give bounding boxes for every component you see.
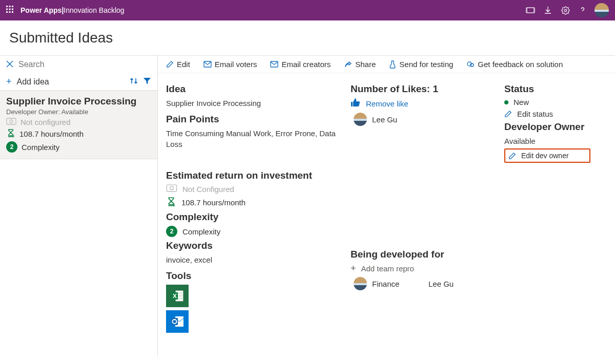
idea-heading: Idea — [166, 83, 340, 95]
svg-rect-8 — [12, 11, 13, 13]
pain-points-value: Time Consuming Manual Work, Error Prone,… — [166, 128, 340, 149]
product-name: Power Apps — [20, 6, 61, 14]
email-creators-label: Email creators — [281, 60, 331, 69]
download-icon[interactable] — [539, 0, 557, 20]
search-row[interactable] — [0, 56, 157, 73]
idea-title-value: Supplier Invoice Processing — [166, 98, 340, 109]
idea-card[interactable]: Supplier Invoice Processing Developer Ow… — [0, 91, 157, 159]
liker-avatar — [354, 113, 367, 126]
status-dot-icon — [504, 100, 508, 104]
dev-owner-heading: Developer Owner — [504, 121, 607, 133]
team-avatar — [354, 277, 367, 290]
likes-heading: Number of Likes: 1 — [351, 83, 494, 95]
svg-rect-4 — [9, 9, 11, 10]
email-voters-button[interactable]: Email voters — [203, 60, 257, 69]
complexity-heading: Complexity — [166, 211, 340, 223]
svg-text:$: $ — [12, 134, 14, 138]
svg-rect-3 — [6, 9, 8, 10]
edit-dev-owner-label: Edit dev owner — [521, 152, 569, 160]
idea-card-hours: 108.7 hours/month — [19, 130, 84, 138]
thumb-up-icon[interactable] — [351, 98, 361, 110]
filter-icon[interactable] — [143, 77, 151, 87]
get-feedback-button[interactable]: Get feedback on solution — [466, 60, 563, 69]
svg-text:$: $ — [173, 203, 175, 207]
get-feedback-label: Get feedback on solution — [478, 60, 563, 69]
svg-rect-0 — [6, 6, 8, 7]
app-header: Power Apps | Innovation Backlog — [0, 0, 615, 20]
edit-label: Edit — [177, 60, 190, 69]
dev-owner-value: Available — [504, 136, 607, 146]
status-heading: Status — [504, 83, 607, 95]
edit-status-button[interactable]: Edit status — [504, 110, 607, 118]
fit-icon[interactable] — [522, 0, 539, 20]
add-team-label: Add team repro — [361, 264, 414, 273]
status-value: New — [514, 98, 529, 106]
add-idea-row: + Add idea — [0, 73, 157, 91]
idea-card-not-configured: Not configured — [20, 118, 71, 126]
svg-rect-15 — [7, 118, 16, 124]
svg-rect-1 — [9, 6, 11, 7]
roi-not-configured: Not Configured — [182, 185, 234, 194]
plus-icon: + — [351, 263, 356, 274]
complexity-label: Complexity — [182, 227, 220, 236]
excel-tile[interactable] — [166, 285, 189, 307]
keywords-heading: Keywords — [166, 240, 340, 251]
hourglass-icon: $ — [166, 197, 176, 208]
gear-icon[interactable] — [557, 0, 574, 20]
outlook-tile[interactable] — [166, 310, 189, 333]
user-avatar[interactable] — [594, 3, 609, 17]
search-input[interactable] — [18, 60, 151, 69]
edit-button[interactable]: Edit — [166, 60, 190, 69]
edit-status-label: Edit status — [517, 110, 553, 118]
keywords-value: invoice, excel — [166, 254, 340, 265]
svg-rect-22 — [167, 185, 176, 191]
email-creators-button[interactable]: Email creators — [270, 60, 331, 69]
ideas-sidebar: + Add idea Supplier Invoice Processing D… — [0, 56, 158, 357]
plus-icon[interactable]: + — [6, 76, 12, 87]
detail-pane: Edit Email voters Email creators Share S… — [158, 56, 615, 357]
help-icon[interactable] — [574, 0, 591, 20]
add-team-button[interactable]: + Add team repro — [351, 263, 494, 274]
dev-for-heading: Being developed for — [351, 249, 494, 260]
idea-card-title: Supplier Invoice Processing — [6, 96, 151, 107]
add-idea-label[interactable]: Add idea — [17, 77, 125, 87]
team-owner: Lee Gu — [428, 280, 454, 288]
money-icon — [6, 118, 16, 126]
complexity-badge: 2 — [6, 141, 17, 153]
tools-heading: Tools — [166, 270, 340, 282]
hourglass-icon: $ — [6, 129, 15, 139]
money-icon — [166, 184, 177, 194]
edit-dev-owner-button[interactable]: Edit dev owner — [504, 148, 590, 163]
email-voters-label: Email voters — [215, 60, 257, 69]
svg-point-12 — [564, 9, 566, 11]
pain-heading: Pain Points — [166, 114, 340, 125]
send-testing-button[interactable]: Send for testing — [389, 60, 453, 69]
svg-rect-5 — [12, 9, 13, 10]
idea-card-complexity: Complexity — [22, 143, 59, 152]
share-label: Share — [355, 60, 376, 69]
remove-like-link[interactable]: Remove like — [366, 99, 408, 108]
roi-heading: Estimated return on investment — [166, 170, 340, 181]
clear-icon[interactable] — [6, 60, 13, 69]
team-name: Finance — [372, 280, 423, 288]
idea-card-owner: Developer Owner: Available — [6, 108, 151, 116]
svg-rect-2 — [12, 6, 13, 7]
complexity-badge: 2 — [166, 226, 177, 237]
sort-icon[interactable] — [130, 77, 138, 87]
roi-hours: 108.7 hours/month — [181, 198, 245, 207]
svg-rect-7 — [9, 11, 11, 13]
liker-name: Lee Gu — [372, 115, 397, 124]
app-name: Innovation Backlog — [64, 6, 124, 14]
share-button[interactable]: Share — [344, 60, 376, 69]
page-title: Submitted Ideas — [0, 20, 615, 55]
send-testing-label: Send for testing — [399, 60, 453, 69]
svg-rect-6 — [6, 11, 8, 13]
detail-toolbar: Edit Email voters Email creators Share S… — [158, 56, 615, 73]
svg-rect-9 — [527, 8, 534, 13]
svg-point-23 — [170, 186, 173, 189]
svg-point-16 — [10, 120, 13, 123]
waffle-icon[interactable] — [6, 6, 13, 15]
